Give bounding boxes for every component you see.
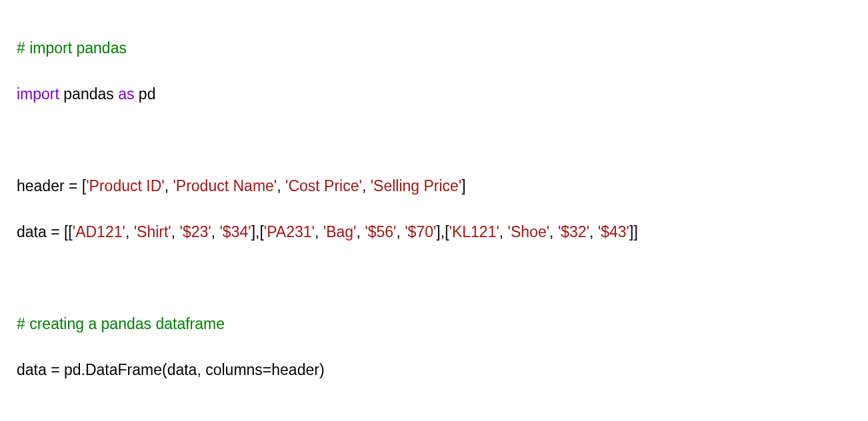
code-line-1: # import pandas [17,37,851,60]
comment-import: # import pandas [17,39,127,57]
row1-col1: 'AD121' [73,223,125,240]
blank-line-2 [17,266,851,290]
code-line-5: # creating a pandas dataframe [17,312,851,336]
code-line-3: header = ['Product ID', 'Product Name', … [17,175,851,198]
module-pandas: pandas [59,85,118,103]
comma: , [362,177,371,195]
row3-col4: '$43' [598,223,629,240]
blank-line-1 [17,129,851,152]
comma: , [125,223,134,240]
row2-col3: '$56' [365,223,396,240]
row3-col1: 'KL121' [449,223,499,240]
header-assign: header = [ [17,177,86,195]
dataframe-construct: data = pd.DataFrame(data, columns=header… [17,361,325,378]
row1-col4: '$34' [219,223,251,240]
keyword-as: as [118,85,134,103]
row3-col3: '$32' [558,223,589,240]
code-line-6: data = pd.DataFrame(data, columns=header… [17,358,851,382]
comma: , [165,177,173,195]
data-assign: data = [[ [17,223,73,240]
comma: , [315,223,323,240]
alias-pd: pd [134,85,155,103]
comma: , [211,223,220,240]
row2-col4: '$70' [405,223,436,240]
keyword-import: import [17,85,59,103]
header-item-4: 'Selling Price' [371,177,462,195]
python-code-snippet: # import pandas import pandas as pd head… [17,13,851,421]
bracket-mid2: ],[ [436,223,449,240]
comma: , [589,223,598,240]
comma: , [549,223,558,240]
row1-col2: 'Shirt' [134,223,171,240]
header-item-1: 'Product ID' [86,177,164,195]
comma: , [171,223,180,240]
row1-col3: '$23' [180,223,211,240]
bracket-mid1: ],[ [251,223,264,240]
comma: , [356,223,365,240]
header-item-3: 'Cost Price' [285,177,362,195]
comma: , [499,223,508,240]
comment-dataframe: # creating a pandas dataframe [17,315,225,332]
row2-col1: 'PA231' [264,223,315,240]
header-item-2: 'Product Name' [173,177,277,195]
row3-col2: 'Shoe' [508,223,550,240]
comma: , [277,177,285,195]
blank-line-3 [17,404,851,422]
row2-col2: 'Bag' [323,223,357,240]
code-line-4: data = [['AD121', 'Shirt', '$23', '$34']… [17,220,851,244]
bracket-close: ] [461,177,465,195]
bracket-close2: ]] [629,223,638,240]
code-line-2: import pandas as pd [17,83,851,106]
comma: , [396,223,405,240]
